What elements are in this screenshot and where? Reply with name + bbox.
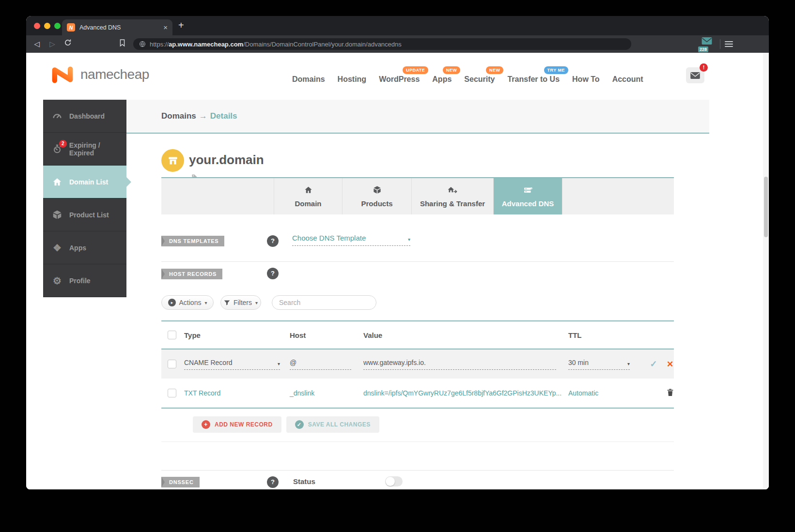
new-badge: NEW [486, 66, 504, 74]
sidebar-item-dashboard[interactable]: Dashboard [43, 100, 126, 133]
new-tab-button[interactable]: + [178, 20, 184, 31]
home-icon [51, 177, 63, 187]
namecheap-favicon-icon: N [67, 23, 75, 31]
nav-how-to[interactable]: How To [572, 72, 600, 84]
close-tab-icon[interactable]: × [163, 24, 168, 31]
host-records-table: Type Host Value TTL CNAME Record▾ @ www.… [161, 320, 674, 409]
host-value[interactable]: _dnslink [290, 389, 314, 397]
trash-icon[interactable] [665, 388, 675, 398]
back-icon[interactable]: ◁ [31, 39, 43, 49]
breadcrumb-arrow-icon: → [196, 111, 210, 121]
tabs-spacer-right [562, 178, 674, 214]
breadcrumb-domains[interactable]: Domains [161, 111, 196, 121]
extension-count-badge: 228 [698, 46, 708, 52]
table-row: TXT Record _dnslink dnslink=/ipfs/QmYGwr… [161, 379, 674, 409]
row-checkbox[interactable] [168, 389, 176, 397]
nav-account[interactable]: Account [612, 72, 643, 84]
breadcrumb-bar: Domains→Details [126, 100, 709, 134]
browser-tabstrip: N Advanced DNS × + [26, 16, 769, 35]
tab-advanced-dns[interactable]: Advanced DNS [493, 178, 562, 214]
nav-apps[interactable]: AppsNEW [432, 72, 452, 84]
tab-sharing-transfer[interactable]: Sharing & Transfer [411, 178, 493, 214]
bookmark-icon[interactable] [116, 39, 128, 49]
storefront-icon [167, 154, 179, 167]
chevron-down-icon: ▾ [255, 300, 258, 305]
value-field[interactable]: www.gateway.ipfs.io. [363, 359, 556, 370]
nav-hosting[interactable]: Hosting [338, 72, 367, 84]
ttl-value[interactable]: Automatic [568, 389, 598, 397]
maximize-window-button[interactable] [54, 23, 61, 29]
sidebar-item-product-list[interactable]: Product List [43, 198, 126, 231]
cancel-icon[interactable]: ✕ [665, 359, 675, 369]
browser-tab[interactable]: N Advanced DNS × [62, 19, 172, 35]
filters-button[interactable]: Filters ▾ [220, 295, 261, 310]
dns-template-dropdown[interactable]: Choose DNS Template ▾ [292, 234, 410, 246]
dnssec-status-label: Status [293, 477, 315, 486]
sidebar-item-profile[interactable]: ⚙ Profile [43, 264, 126, 297]
toolbar-divider [720, 39, 720, 49]
dns-templates-label: DNS TEMPLATES [161, 236, 224, 246]
domain-tabs: Domain Products Sharing & Transfer Advan… [161, 177, 674, 214]
sidebar-item-domain-list[interactable]: Domain List [43, 166, 126, 198]
host-records-help-button[interactable]: ? [267, 268, 279, 279]
try-me-badge: TRY ME [544, 66, 569, 74]
add-new-record-button[interactable]: + ADD NEW RECORD [193, 416, 281, 433]
forward-icon[interactable]: ▷ [47, 39, 58, 49]
expiring-count-badge: 2 [59, 140, 67, 148]
select-all-checkbox[interactable] [168, 331, 176, 339]
minimize-window-button[interactable] [44, 23, 50, 29]
host-field[interactable]: @ [290, 359, 351, 370]
sidebar-item-apps[interactable]: ❖ Apps [43, 231, 126, 264]
window-controls [34, 23, 61, 29]
record-type-dropdown[interactable]: CNAME Record▾ [184, 359, 280, 370]
nav-transfer[interactable]: Transfer to UsTRY ME [507, 72, 560, 84]
dns-templates-help-button[interactable]: ? [267, 235, 279, 247]
tab-products[interactable]: Products [342, 178, 411, 214]
scrollbar-track [763, 53, 769, 489]
chevron-down-icon: ▾ [408, 237, 410, 242]
home-icon [304, 185, 313, 196]
chevron-down-icon: ▾ [204, 300, 207, 305]
messages-button[interactable]: ! [686, 67, 704, 83]
dnssec-help-button[interactable]: ? [267, 476, 279, 488]
confirm-icon[interactable]: ✓ [649, 359, 658, 369]
actions-button[interactable]: ▸ Actions ▾ [161, 295, 214, 310]
url-text: https://ap.www.namecheap.com/Domains/Dom… [150, 41, 402, 48]
mail-extension-icon[interactable]: 228 [699, 37, 715, 51]
nav-domains[interactable]: Domains [292, 72, 325, 84]
browser-menu-icon[interactable] [725, 41, 733, 48]
record-type-value[interactable]: TXT Record [184, 389, 220, 397]
nav-security[interactable]: SecurityNEW [464, 72, 495, 84]
nav-wordpress[interactable]: WordPressUPDATE [379, 72, 420, 84]
value-text[interactable]: dnslink=/ipfs/QmYGwryRUz7ge6Lf5r8bjfYa6G… [363, 389, 561, 397]
row-checkbox[interactable] [168, 360, 176, 368]
browser-window: N Advanced DNS × + ◁ ▷ https://ap.www.na… [26, 16, 769, 489]
box-icon [373, 185, 382, 196]
main-navigation: Domains Hosting WordPressUPDATE AppsNEW … [292, 72, 643, 84]
scrollbar-thumb[interactable] [764, 177, 768, 237]
browser-toolbar: ◁ ▷ https://ap.www.namecheap.com/Domains… [26, 35, 769, 53]
breadcrumb: Domains→Details [161, 111, 237, 121]
save-all-changes-button[interactable]: ✓ SAVE ALL CHANGES [286, 416, 379, 433]
ttl-dropdown[interactable]: 30 min▾ [568, 359, 630, 370]
chevron-down-icon: ▾ [627, 361, 630, 366]
reload-icon[interactable] [62, 39, 74, 49]
plus-icon: + [202, 420, 210, 429]
brand-name: namecheap [80, 67, 149, 82]
globe-icon [139, 41, 146, 47]
dnssec-toggle[interactable] [385, 476, 403, 486]
sidebar-item-expiring[interactable]: 2 Expiring / Expired [43, 133, 126, 166]
check-icon: ✓ [295, 420, 304, 429]
search-input[interactable] [278, 298, 368, 307]
tab-domain[interactable]: Domain [274, 178, 342, 214]
url-bar[interactable]: https://ap.www.namecheap.com/Domains/Dom… [133, 38, 631, 50]
namecheap-logo[interactable]: namecheap [50, 65, 149, 84]
section-divider [161, 261, 674, 262]
table-row: CNAME Record▾ @ www.gateway.ipfs.io. 30 … [161, 349, 674, 379]
home-arrow-icon [447, 185, 458, 196]
stopwatch-icon: 2 [51, 144, 63, 154]
update-badge: UPDATE [403, 66, 428, 74]
close-window-button[interactable] [34, 23, 40, 29]
section-divider [161, 470, 674, 471]
tabs-spacer-left [161, 178, 274, 214]
